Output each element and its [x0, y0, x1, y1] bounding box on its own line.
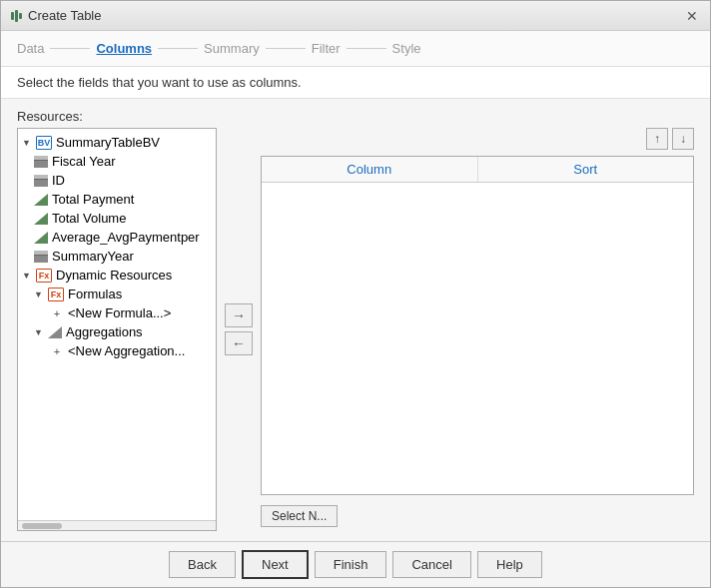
table-body: [262, 183, 693, 494]
tree-item-id[interactable]: ID: [18, 171, 216, 190]
toggle-formulas: ▼: [34, 290, 44, 299]
tree-item-total-payment[interactable]: Total Payment: [18, 190, 216, 209]
column-header-sort: Sort: [478, 157, 694, 182]
help-button[interactable]: Help: [477, 551, 542, 578]
tree-item-total-volume[interactable]: Total Volume: [18, 209, 216, 228]
footer: Back Next Finish Cancel Help: [1, 541, 710, 587]
move-left-button[interactable]: ←: [225, 331, 253, 355]
measure-icon-tv: [34, 213, 48, 225]
select-btn-row: Select N...: [261, 501, 694, 531]
tree-panel[interactable]: ▼ BV SummaryTableBV Fiscal Year ID T: [17, 128, 217, 531]
step-divider-4: [347, 48, 386, 49]
dialog-title: Create Table: [28, 8, 101, 23]
move-down-button[interactable]: ↓: [672, 128, 694, 150]
tree-item-new-formula[interactable]: + <New Formula...>: [18, 303, 216, 322]
move-up-button[interactable]: ↑: [646, 128, 668, 150]
close-button[interactable]: ✕: [684, 8, 700, 24]
fx-icon-dynamic: Fx: [36, 269, 52, 283]
tree-item-aggregations[interactable]: ▼ Aggregations: [18, 322, 216, 341]
id-label: ID: [52, 173, 65, 188]
tree-item-avg-payment[interactable]: Average_AvgPaymentper: [18, 228, 216, 247]
wizard-subtitle: Select the fields that you want to use a…: [1, 67, 710, 99]
bv-label: SummaryTableBV: [56, 135, 160, 150]
main-content: Resources: ▼ BV SummaryTableBV Fiscal Ye…: [1, 99, 710, 541]
measure-icon-avg: [34, 232, 48, 244]
plus-icon-agg: +: [50, 345, 64, 357]
new-aggregation-label: <New Aggregation...: [68, 343, 185, 358]
table-header: Column Sort: [262, 157, 693, 183]
tree-item-summary-year[interactable]: SummaryYear: [18, 247, 216, 266]
avg-payment-label: Average_AvgPaymentper: [52, 230, 200, 245]
tree-item-fiscal-year[interactable]: Fiscal Year: [18, 152, 216, 171]
wizard-steps: Data Columns Summary Filter Style: [1, 31, 710, 67]
step-divider-3: [266, 48, 306, 49]
move-right-button[interactable]: →: [225, 303, 253, 327]
next-button[interactable]: Next: [242, 550, 309, 579]
step-data[interactable]: Data: [17, 41, 44, 56]
total-payment-label: Total Payment: [52, 192, 134, 207]
table-icon-sy: [34, 251, 48, 263]
step-divider-1: [50, 48, 90, 49]
summary-year-label: SummaryYear: [52, 249, 134, 264]
step-columns[interactable]: Columns: [96, 41, 152, 56]
select-n-button[interactable]: Select N...: [261, 505, 338, 527]
middle-buttons: → ←: [225, 128, 253, 531]
fiscal-year-label: Fiscal Year: [52, 154, 116, 169]
aggregations-label: Aggregations: [66, 324, 143, 339]
table-icon-id: [34, 175, 48, 187]
step-divider-2: [158, 48, 198, 49]
tree-item-bv-root[interactable]: ▼ BV SummaryTableBV: [18, 133, 216, 152]
agg-icon: [48, 326, 62, 338]
cancel-button[interactable]: Cancel: [392, 551, 470, 578]
toggle-agg: ▼: [34, 327, 44, 337]
title-bar-left: Create Table: [11, 8, 101, 23]
right-section: ↑ ↓ Column Sort Select N...: [261, 128, 694, 531]
step-summary[interactable]: Summary: [204, 41, 260, 56]
plus-icon-formula: +: [50, 307, 64, 319]
app-icon: [11, 10, 22, 22]
fx-icon-formulas: Fx: [48, 288, 64, 301]
tree-scrollbar[interactable]: [18, 520, 216, 530]
new-formula-label: <New Formula...>: [68, 305, 171, 320]
create-table-dialog: Create Table ✕ Data Columns Summary Filt…: [0, 0, 711, 588]
content-area: ▼ BV SummaryTableBV Fiscal Year ID T: [17, 128, 694, 531]
toggle-dynamic: ▼: [22, 271, 32, 281]
table-icon-fiscal: [34, 156, 48, 168]
measure-icon-tp: [34, 194, 48, 206]
column-header-column: Column: [262, 157, 478, 182]
total-volume-label: Total Volume: [52, 211, 126, 226]
formulas-label: Formulas: [68, 287, 122, 301]
step-filter[interactable]: Filter: [312, 41, 341, 56]
column-table: Column Sort: [261, 156, 694, 495]
tree-item-dynamic-resources[interactable]: ▼ Fx Dynamic Resources: [18, 266, 216, 285]
dynamic-resources-label: Dynamic Resources: [56, 268, 172, 283]
tree-item-formulas[interactable]: ▼ Fx Formulas: [18, 285, 216, 303]
bv-icon: BV: [36, 136, 52, 150]
title-bar: Create Table ✕: [1, 1, 710, 31]
step-style[interactable]: Style: [392, 41, 421, 56]
resources-label: Resources:: [17, 109, 694, 124]
top-arrows: ↑ ↓: [261, 128, 694, 150]
scroll-thumb: [22, 523, 62, 529]
toggle-bv: ▼: [22, 138, 32, 148]
finish-button[interactable]: Finish: [315, 551, 387, 578]
tree-item-new-aggregation[interactable]: + <New Aggregation...: [18, 341, 216, 360]
back-button[interactable]: Back: [169, 551, 236, 578]
